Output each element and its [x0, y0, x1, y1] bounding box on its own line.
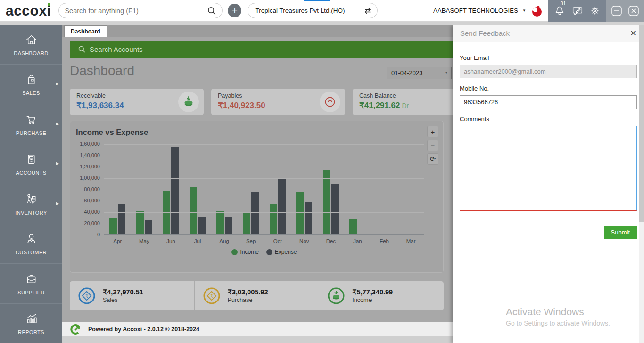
submenu-arrow-icon: ▶ [56, 201, 59, 205]
accoxi-mark-icon [70, 323, 82, 335]
bar-income [216, 211, 224, 234]
chevron-down-icon: ▼ [522, 8, 526, 13]
income-coin-icon [327, 286, 346, 305]
global-search-input[interactable] [65, 7, 207, 15]
x-tick-label: Aug [211, 238, 238, 244]
legend-swatch [266, 249, 272, 255]
minimize-button[interactable] [611, 5, 623, 17]
x-tick-label: Mar [397, 238, 424, 244]
bar-expense [171, 147, 179, 234]
gridline [104, 156, 424, 156]
sales-rupee-icon: ₹ [77, 286, 96, 305]
y-tick-label: 1,40,000 [80, 152, 100, 158]
y-tick-label: 1,60,000 [80, 141, 100, 147]
sidebar-item-customer[interactable]: CUSTOMER [0, 224, 62, 264]
purchase-total: ₹ ₹3,03,005.92Purchase [194, 281, 319, 310]
calculator-icon [24, 152, 39, 167]
panel-scrollbar[interactable] [639, 25, 644, 343]
svg-text:₹: ₹ [85, 293, 88, 299]
y-tick-label: 60,000 [84, 198, 100, 203]
tab-dashboard[interactable]: Dashboard [64, 25, 107, 37]
sales-total: ₹ ₹4,27,970.51Sales [70, 281, 194, 310]
submit-button[interactable]: Submit [604, 226, 637, 239]
gridline [104, 201, 424, 201]
bar-expense [331, 184, 339, 234]
gridline [104, 144, 424, 145]
comments-label: Comments [460, 116, 637, 123]
gridline [104, 235, 424, 235]
company-selector[interactable]: Tropical Treasures Pvt Ltd.(HO) [248, 3, 378, 18]
feedback-button[interactable] [571, 4, 584, 17]
chart-zoom-in-button[interactable]: + [427, 126, 438, 137]
bar-income [136, 211, 144, 234]
bar-income [296, 192, 304, 234]
legend-item-income: Income [231, 249, 258, 255]
sidebar-item-inventory[interactable]: INVENTORY ▶ [0, 184, 62, 224]
money-in-icon [178, 92, 199, 112]
comments-field[interactable] [460, 126, 637, 211]
mobile-field[interactable] [460, 95, 637, 109]
submenu-arrow-icon: ▶ [56, 121, 59, 125]
notification-badge: 81 [561, 0, 566, 6]
bar-expense [305, 202, 312, 234]
bar-income [270, 204, 277, 234]
bar-expense [118, 204, 125, 234]
chart-legend: IncomeExpense [104, 249, 424, 255]
x-tick-label: Dec [318, 238, 345, 244]
bar-expense [251, 192, 259, 234]
accoxi-logo: accoxi [6, 4, 51, 18]
totals-bar: ₹ ₹4,27,970.51Sales ₹ ₹3,03,005.92Purcha… [70, 281, 444, 310]
y-tick-label: 40,000 [84, 209, 100, 215]
gear-icon [588, 4, 602, 17]
account-menu[interactable]: AABASOFT TECHNOLOGIES ▼ [433, 4, 544, 17]
sidebar-item-reports[interactable]: REPORTS [0, 304, 62, 343]
chart-zoom-out-button[interactable]: − [427, 140, 438, 151]
gridline [104, 178, 424, 179]
x-tick-label: Jun [157, 238, 184, 244]
add-new-button[interactable]: + [228, 4, 241, 17]
y-tick-label: 0 [97, 232, 100, 237]
sidebar-item-purchase[interactable]: PURCHASE ▶ [0, 104, 62, 144]
sidebar-item-supplier[interactable]: SUPPLIER [0, 264, 62, 304]
money-out-icon [320, 92, 340, 112]
mobile-label: Mobile No. [460, 85, 637, 92]
bar-expense [198, 217, 206, 234]
x-tick-label: Jul [184, 238, 211, 244]
briefcase-icon [24, 272, 39, 286]
gridline [104, 190, 424, 190]
chart-title: Income vs Expense [76, 128, 443, 137]
receivable-card: Receivable ₹1,93,636.34 [70, 89, 204, 115]
bar-expense [278, 178, 286, 234]
date-value: 01-04-2023 [387, 69, 441, 76]
date-picker[interactable]: 01-04-2023 ▼ [387, 67, 452, 79]
sidebar-item-dashboard[interactable]: DASHBOARD [0, 25, 62, 65]
settings-button[interactable] [588, 4, 602, 17]
gridline [104, 167, 424, 167]
inventory-worker-icon [24, 192, 39, 207]
scrollbar-thumb[interactable] [639, 25, 644, 222]
title-bar: accoxi + Tropical Treasures Pvt Ltd.(HO)… [0, 0, 644, 22]
bar-expense [145, 220, 152, 234]
aabasoft-logo [530, 4, 544, 17]
svg-text:₹: ₹ [210, 293, 213, 299]
chart-reset-button[interactable]: ⟳ [427, 153, 438, 165]
person-icon [24, 232, 39, 246]
switch-company-icon[interactable] [363, 6, 372, 16]
notifications-button[interactable]: 81 [553, 4, 566, 17]
close-icon[interactable]: ✕ [630, 29, 636, 38]
chat-edit-icon [571, 4, 584, 17]
sidebar-item-accounts[interactable]: ACCOUNTS ▶ [0, 144, 62, 184]
gridline [104, 212, 424, 213]
bar-income [109, 218, 117, 234]
income-total: ₹5,77,340.99Income [319, 281, 444, 310]
search-icon [78, 45, 86, 53]
bar-income [349, 219, 357, 234]
y-tick-label: 1,00,000 [80, 175, 100, 181]
close-window-button[interactable] [627, 5, 640, 17]
loading-indicator [304, 0, 330, 1]
sidebar-nav: DASHBOARD SALES ▶ PURCHASE ▶ ACCOUNTS ▶ … [0, 25, 62, 343]
sidebar-item-sales[interactable]: SALES ▶ [0, 65, 62, 105]
x-tick-label: Nov [291, 238, 318, 244]
company-name: Tropical Treasures Pvt Ltd.(HO) [255, 7, 363, 14]
global-search[interactable] [58, 3, 223, 18]
